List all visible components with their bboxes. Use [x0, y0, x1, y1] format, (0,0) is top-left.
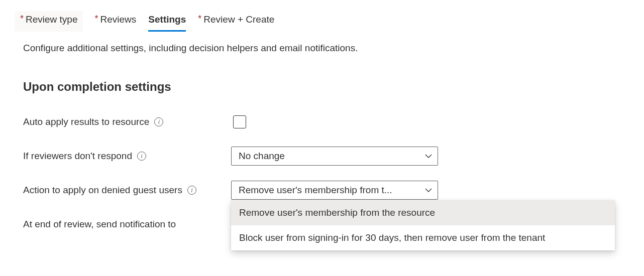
tab-label: Reviews	[100, 14, 137, 25]
end-review-notify-label: At end of review, send notification to	[23, 219, 176, 230]
action-denied-guest-dropdown: Remove user's membership from the resour…	[231, 200, 615, 250]
section-heading: Upon completion settings	[0, 54, 644, 94]
required-marker: *	[95, 14, 98, 23]
tabs-bar: * Review type * Reviews Settings * Revie…	[0, 0, 644, 32]
info-icon[interactable]: i	[154, 117, 163, 126]
action-denied-guest-select[interactable]: Remove user's membership from t...	[231, 181, 438, 200]
row-auto-apply: Auto apply results to resource i	[23, 112, 644, 132]
if-no-response-select[interactable]: No change	[231, 147, 438, 166]
row-if-no-response: If reviewers don't respond i No change	[23, 146, 644, 166]
settings-form: Auto apply results to resource i If revi…	[0, 94, 644, 234]
if-no-response-label: If reviewers don't respond	[23, 151, 132, 162]
auto-apply-checkbox[interactable]	[233, 115, 246, 128]
tab-label: Review + Create	[203, 14, 274, 25]
chevron-down-icon	[424, 186, 433, 194]
label-group: Action to apply on denied guest users i	[23, 185, 231, 196]
page-description: Configure additional settings, including…	[0, 32, 644, 54]
label-group: At end of review, send notification to	[23, 219, 231, 230]
tab-reviews[interactable]: * Reviews	[95, 14, 137, 32]
select-value: Remove user's membership from t...	[239, 185, 392, 196]
tab-review-type[interactable]: * Review type	[15, 11, 83, 32]
select-value: No change	[239, 151, 285, 162]
action-denied-guest-label: Action to apply on denied guest users	[23, 185, 182, 196]
required-marker: *	[20, 14, 24, 23]
tab-settings[interactable]: Settings	[148, 14, 186, 32]
row-action-denied-guest: Action to apply on denied guest users i …	[23, 180, 644, 200]
chevron-down-icon	[424, 152, 433, 160]
info-icon[interactable]: i	[187, 186, 196, 195]
tab-review-create[interactable]: * Review + Create	[198, 14, 274, 32]
label-group: If reviewers don't respond i	[23, 151, 231, 162]
auto-apply-label: Auto apply results to resource	[23, 116, 149, 127]
tab-label: Review type	[26, 14, 78, 25]
required-marker: *	[198, 14, 201, 23]
info-icon[interactable]: i	[137, 152, 146, 161]
dropdown-option[interactable]: Remove user's membership from the resour…	[231, 200, 615, 225]
dropdown-option[interactable]: Block user from signing-in for 30 days, …	[231, 225, 615, 250]
tab-label: Settings	[148, 14, 186, 25]
label-group: Auto apply results to resource i	[23, 116, 231, 127]
